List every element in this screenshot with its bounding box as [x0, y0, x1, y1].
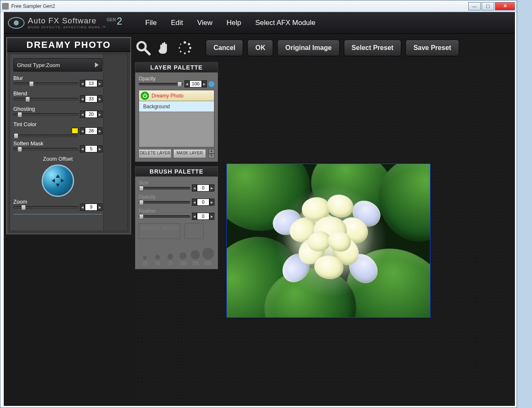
hand-tool-icon[interactable]: [156, 40, 172, 56]
layer-opacity-value[interactable]: 100: [189, 80, 202, 87]
menu-view[interactable]: View: [197, 19, 213, 27]
soften-incr[interactable]: ►: [97, 145, 102, 152]
loading-spinner-icon[interactable]: [177, 40, 193, 56]
brush-size-75[interactable]: 75: [164, 245, 177, 266]
brush-opacity-value[interactable]: 0: [197, 199, 209, 206]
zoom-incr[interactable]: ►: [97, 204, 102, 211]
blur-decr[interactable]: ◄: [80, 80, 85, 87]
palette-column: LAYER PALETTE Opacity ◄100► ⏻ Dream: [135, 62, 218, 274]
brush-opacity-slider[interactable]: [139, 201, 190, 204]
blur-value[interactable]: 13: [85, 80, 97, 87]
zoom-tool-icon[interactable]: [135, 40, 152, 56]
layer-row-background[interactable]: Background: [139, 101, 214, 112]
topbar: Auto FX Software MORE EFFECTS. AFFECTING…: [4, 12, 515, 34]
brush-size-slider[interactable]: [139, 187, 190, 189]
brush-preview: [184, 223, 204, 239]
blend-value[interactable]: 33: [85, 95, 97, 102]
blur-slider[interactable]: [13, 82, 78, 85]
menu-help[interactable]: Help: [226, 19, 241, 27]
ok-button[interactable]: OK: [247, 40, 273, 56]
layer-up-button[interactable]: ▲: [209, 149, 214, 154]
layer-opacity-info-icon[interactable]: [209, 81, 214, 87]
remove-brush-button[interactable]: REMOVE BRUSH: [139, 223, 180, 239]
layer-opacity-decr[interactable]: ◄: [184, 80, 189, 87]
zoom-offset-control[interactable]: [42, 164, 74, 197]
brush-size-50[interactable]: 50: [151, 245, 164, 266]
app-body: Auto FX Software MORE EFFECTS. AFFECTING…: [4, 12, 515, 406]
original-image-button[interactable]: Original Image: [277, 40, 339, 56]
zoom-value[interactable]: 9: [85, 204, 97, 211]
brand-gen-num: 2: [117, 15, 122, 27]
brush-feather-value[interactable]: 0: [197, 213, 209, 220]
svg-marker-11: [56, 184, 60, 187]
svg-point-2: [184, 41, 186, 44]
blend-incr[interactable]: ►: [97, 95, 102, 102]
menu-file[interactable]: File: [145, 19, 157, 27]
tint-decr[interactable]: ◄: [80, 127, 85, 134]
blur-incr[interactable]: ►: [97, 80, 102, 87]
ghost-type-label: Ghost Type:: [17, 62, 46, 68]
delete-layer-button[interactable]: DELETE LAYER: [139, 149, 172, 158]
blend-slider[interactable]: [13, 98, 78, 100]
eye-icon: [8, 17, 25, 29]
ghosting-value[interactable]: 20: [85, 111, 97, 118]
ghosting-incr[interactable]: ►: [97, 111, 102, 118]
menu-edit[interactable]: Edit: [171, 19, 183, 27]
brush-feather-decr[interactable]: ◄: [192, 213, 197, 220]
brush-size-100[interactable]: 100: [177, 245, 189, 266]
layer-power-icon[interactable]: ⏻: [141, 92, 149, 100]
zoom-slider[interactable]: [13, 206, 78, 209]
soften-slider-row: Soften Mask ◄5►: [13, 140, 102, 152]
tint-color-swatch[interactable]: [72, 128, 78, 134]
layer-down-button[interactable]: ▼: [209, 154, 214, 158]
blur-slider-row: Blur ◄13►: [13, 75, 102, 87]
layer-opacity-slider[interactable]: [139, 83, 183, 85]
tint-value[interactable]: 28: [85, 127, 97, 134]
soften-value[interactable]: 5: [85, 145, 97, 152]
mask-layer-button[interactable]: MASK LAYER: [173, 149, 206, 158]
toolbar: Cancel OK Original Image Select Preset S…: [135, 37, 511, 59]
zoom-decr[interactable]: ◄: [80, 204, 85, 211]
tint-slider[interactable]: [13, 134, 77, 137]
save-preset-button[interactable]: Save Preset: [405, 40, 459, 56]
brush-size-value[interactable]: 0: [197, 184, 209, 192]
brush-opacity-incr[interactable]: ►: [209, 199, 214, 206]
maximize-button[interactable]: ▢: [482, 2, 494, 10]
brush-feather-slider[interactable]: [139, 215, 190, 218]
brush-size-incr[interactable]: ►: [209, 184, 214, 192]
brand-logo: Auto FX Software MORE EFFECTS. AFFECTING…: [4, 12, 129, 34]
tint-incr[interactable]: ►: [97, 127, 102, 134]
layer-opacity-incr[interactable]: ►: [202, 80, 207, 87]
blend-slider-row: Blend ◄33►: [13, 90, 102, 102]
soften-decr[interactable]: ◄: [80, 145, 85, 152]
blend-decr[interactable]: ◄: [80, 95, 85, 102]
svg-point-5: [188, 51, 190, 53]
ghosting-decr[interactable]: ◄: [80, 111, 85, 118]
brush-opacity-row: Opacity ◄0►: [139, 194, 214, 206]
preview-image[interactable]: [226, 164, 430, 318]
window-title: Free Sampler Gen2: [11, 3, 55, 9]
brush-size-250[interactable]: 250: [189, 245, 201, 266]
soften-slider[interactable]: [13, 148, 78, 150]
close-button[interactable]: ✕: [495, 2, 515, 10]
app-window: Free Sampler Gen2 — ▢ ✕ Auto FX Software…: [0, 0, 517, 408]
svg-point-6: [184, 52, 186, 54]
ghosting-slider[interactable]: [13, 113, 78, 116]
menu-select-module[interactable]: Select AFX Module: [255, 19, 316, 27]
ghosting-slider-row: Ghosting ◄20►: [13, 106, 102, 118]
layer-bg-name: Background: [143, 104, 170, 109]
ghost-type-dropdown[interactable]: Ghost Type:Zoom: [13, 58, 102, 72]
brush-size-25[interactable]: 25: [139, 245, 151, 266]
minimize-button[interactable]: —: [468, 2, 481, 10]
tint-slider-row: Tint Color ◄28►: [13, 121, 102, 137]
layer-row-active[interactable]: ⏻ Dreamy Photo: [139, 90, 214, 101]
brush-opacity-decr[interactable]: ◄: [192, 199, 197, 206]
brush-size-decr[interactable]: ◄: [192, 184, 197, 192]
cancel-button[interactable]: Cancel: [206, 40, 243, 56]
window-titlebar[interactable]: Free Sampler Gen2 — ▢ ✕: [0, 0, 517, 12]
select-preset-button[interactable]: Select Preset: [344, 40, 402, 56]
brush-feather-incr[interactable]: ►: [209, 213, 214, 220]
brand-tagline: MORE EFFECTS. AFFECTING MORE.™: [28, 25, 106, 29]
layer-list: ⏻ Dreamy Photo Background: [139, 90, 214, 147]
brush-size-500[interactable]: 500: [202, 245, 214, 266]
